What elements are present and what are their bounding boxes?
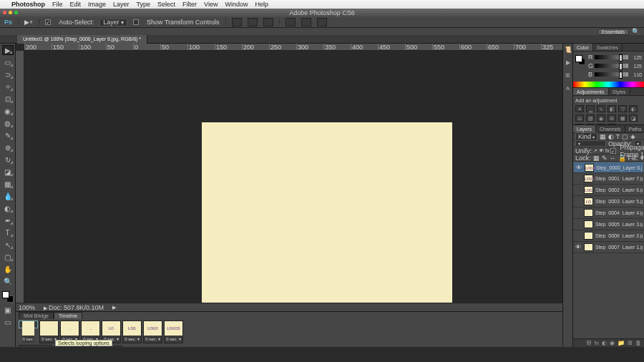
history-panel-icon[interactable]: 📜 [565, 47, 572, 54]
lasso-tool[interactable]: ⊃ [2, 69, 14, 79]
tab-mini-bridge[interactable]: Mini Bridge [19, 312, 54, 319]
tab-styles[interactable]: Styles [609, 88, 630, 95]
link-layers-icon[interactable]: ⛓ [586, 340, 592, 346]
color-balance-icon[interactable]: ⚖ [575, 114, 584, 122]
blend-mode-dropdown[interactable]: ▾ [575, 140, 606, 147]
actions-panel-icon[interactable]: ▶ [565, 59, 572, 67]
tab-channels[interactable]: Channels [596, 125, 625, 132]
menu-image[interactable]: Image [88, 1, 106, 8]
minimize-window-button[interactable] [9, 11, 12, 14]
layer-row[interactable]: 👁Step_0007_Layer 1.jpg [573, 242, 644, 253]
unify-visibility-icon[interactable]: 👁 [599, 148, 604, 154]
filter-type-icon[interactable]: T [616, 133, 620, 140]
pen-tool[interactable]: ✒ [2, 215, 14, 225]
menu-edit[interactable]: Edit [70, 1, 82, 8]
menu-window[interactable]: Window [225, 1, 248, 8]
slider-R[interactable] [595, 55, 628, 59]
tab-adjustments[interactable]: Adjustments [573, 88, 609, 95]
layer-visibility-toggle[interactable]: 👁 [575, 165, 582, 171]
type-tool[interactable]: T [2, 228, 14, 238]
loop-dropdown[interactable]: Forever ▾ Selects looping options [19, 345, 52, 347]
search-icon[interactable]: 🔍 [632, 28, 640, 35]
zoom-window-button[interactable] [14, 11, 18, 14]
layer-row[interactable]: LOGOStep_0001_Layer 7.jpg [573, 173, 644, 185]
menu-help[interactable]: Help [255, 1, 268, 8]
quick-mask-toggle[interactable]: ▣ [2, 305, 14, 315]
filter-adj-icon[interactable]: ◐ [608, 133, 614, 140]
character-panel-icon[interactable]: A [565, 85, 572, 92]
tab-color[interactable]: Color [573, 44, 593, 51]
unify-style-icon[interactable]: fx [605, 148, 609, 154]
brush-tool[interactable]: ✎ [2, 130, 14, 140]
healing-brush-tool[interactable]: ◍ [2, 118, 14, 128]
adjustment-layer-icon[interactable]: ◉ [610, 340, 615, 346]
doc-info-menu[interactable]: ▶ [112, 305, 116, 310]
slider-G[interactable] [595, 64, 628, 68]
foreground-color-chip[interactable] [2, 291, 9, 298]
close-window-button[interactable] [3, 11, 6, 14]
menu-filter[interactable]: Filter [182, 1, 197, 8]
marquee-tool[interactable]: ▭ [2, 57, 14, 67]
levels-icon[interactable]: ▁ [586, 105, 595, 112]
slider-B[interactable] [595, 72, 628, 77]
filter-shape-icon[interactable]: ▢ [622, 133, 628, 140]
dodge-tool[interactable]: ◐ [2, 203, 14, 213]
curves-icon[interactable]: ∿ [597, 105, 605, 112]
layer-row[interactable]: 👁LOGOSStep_0000_Layer 8.jpg [573, 162, 644, 173]
layer-row[interactable]: Step_0005_Layer 3.jpg [573, 219, 644, 230]
filter-pixel-icon[interactable]: ▦ [600, 133, 606, 140]
blur-tool[interactable]: 💧 [2, 191, 14, 201]
eraser-tool[interactable]: ◪ [2, 167, 14, 177]
frame-6[interactable]: LOG0 sec. ▾ [122, 321, 142, 343]
filter-smart-icon[interactable]: ◈ [630, 133, 635, 140]
layer-row[interactable]: Step_0006_Layer 2.jpg [573, 230, 644, 242]
color-chips[interactable] [2, 291, 14, 303]
gradient-tool[interactable]: ▦ [2, 179, 14, 189]
distribute-button-1[interactable] [286, 18, 296, 26]
doc-info[interactable]: ▶ Doc: 507.8K/0.10M [44, 304, 104, 311]
autoselect-dropdown[interactable]: Layer ▾ [99, 19, 127, 26]
workspace-switcher[interactable]: Essentials [597, 29, 629, 35]
delete-layer-icon[interactable]: 🗑 [635, 340, 641, 346]
spectrum-bar[interactable] [573, 82, 644, 87]
lock-pixels-icon[interactable]: ✎ [602, 155, 608, 162]
tab-paths[interactable]: Paths [625, 125, 644, 132]
path-selection-tool[interactable]: ↖ [2, 240, 14, 250]
menu-file[interactable]: File [52, 1, 63, 8]
layer-style-icon[interactable]: fx [595, 340, 599, 346]
magic-wand-tool[interactable]: ✧ [2, 82, 14, 92]
clone-stamp-tool[interactable]: ⊕ [2, 142, 14, 152]
distribute-button-3[interactable] [317, 18, 327, 26]
show-transform-checkbox[interactable] [133, 19, 139, 25]
layer-filter-dropdown[interactable]: Kind ▾ [575, 132, 597, 141]
zoom-field[interactable]: 100% [19, 304, 35, 311]
color-lookup-icon[interactable]: ▦ [618, 114, 627, 122]
layer-row[interactable]: Step_0004_Layer 4.jpg [573, 207, 644, 219]
lock-position-icon[interactable]: ↔ [610, 155, 616, 162]
lock-transparency-icon[interactable]: ▦ [593, 155, 600, 162]
tab-swatches[interactable]: Swatches [593, 44, 623, 51]
move-tool[interactable]: ▶ [2, 45, 14, 55]
delete-frame-button[interactable]: 🗑 [114, 346, 122, 347]
lock-all-icon[interactable]: 🔒 [618, 155, 626, 162]
tab-timeline[interactable]: Timeline [54, 312, 82, 319]
photo-filter-icon[interactable]: ◉ [597, 114, 605, 122]
frame-1[interactable]: 0 sec. ▾ [19, 321, 38, 328]
tab-layers[interactable]: Layers [573, 125, 596, 132]
menu-select[interactable]: Select [157, 1, 175, 8]
align-button-1[interactable] [232, 18, 242, 26]
frame-8[interactable]: LOGOS0 sec. ▾ [164, 321, 183, 343]
bw-icon[interactable]: ▨ [586, 114, 595, 122]
unify-position-icon[interactable]: ↗ [593, 148, 597, 154]
layer-mask-icon[interactable]: ◐ [602, 340, 607, 346]
layer-group-icon[interactable]: 📁 [618, 340, 625, 346]
frame-7[interactable]: LOGO0 sec. ▾ [143, 321, 162, 343]
layer-row[interactable]: LOStep_0003_Layer 5.jpg [573, 196, 644, 207]
menu-layer[interactable]: Layer [113, 1, 130, 8]
app-menu[interactable]: Photoshop [11, 1, 45, 8]
zoom-tool[interactable]: 🔍 [2, 276, 14, 286]
menu-view[interactable]: View [204, 1, 218, 8]
exposure-icon[interactable]: ◧ [608, 105, 616, 112]
align-button-3[interactable] [263, 18, 273, 26]
new-layer-icon[interactable]: ⊞ [628, 340, 633, 346]
